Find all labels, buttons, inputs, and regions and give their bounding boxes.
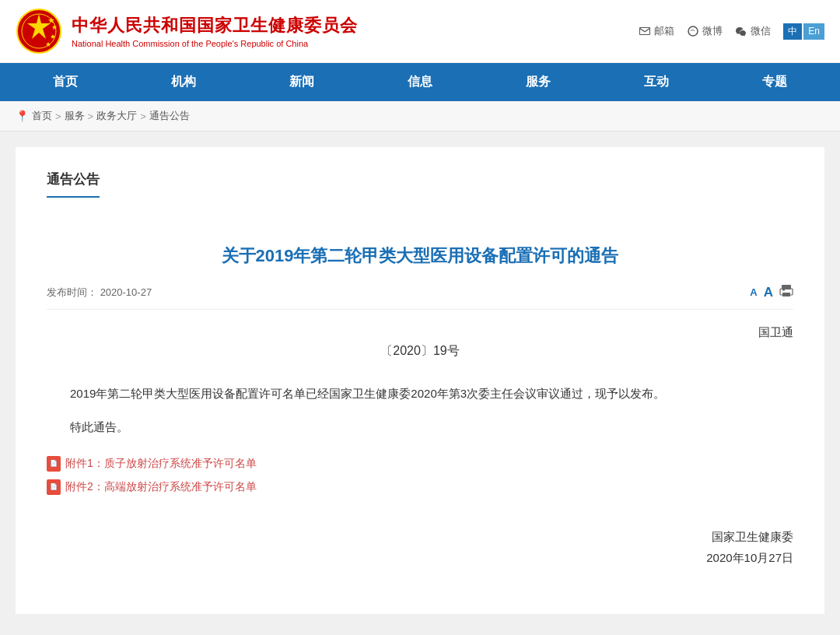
attachment-2[interactable]: 📄 附件2：高端放射治疗系统准予许可名单 xyxy=(47,479,793,495)
header-left: 中华人民共和国国家卫生健康委员会 National Health Commiss… xyxy=(16,8,358,54)
attachment-2-icon: 📄 xyxy=(47,479,61,495)
main-nav: 首页 机构 新闻 信息 服务 互动 专题 xyxy=(0,63,840,101)
attachments: 📄 附件1：质子放射治疗系统准予许可名单 📄 附件2：高端放射治疗系统准予许可名… xyxy=(47,456,793,495)
footer-date: 2020年10月27日 xyxy=(47,547,793,568)
breadcrumb: 📍 首页 > 服务 > 政务大厅 > 通告公告 xyxy=(0,101,840,132)
attachment-1[interactable]: 📄 附件1：质子放射治疗系统准予许可名单 xyxy=(47,456,793,472)
header-title-en: National Health Commission of the People… xyxy=(72,39,358,48)
breadcrumb-current: 通告公告 xyxy=(149,109,190,123)
attachment-1-icon: 📄 xyxy=(47,456,61,472)
font-large-button[interactable]: A xyxy=(764,285,773,300)
article-title: 关于2019年第二轮甲类大型医用设备配置许可的通告 xyxy=(47,244,793,268)
article-body-2: 特此通告。 xyxy=(47,416,793,437)
print-button[interactable] xyxy=(779,284,793,301)
attachment-1-label: 附件1：质子放射治疗系统准予许可名单 xyxy=(65,457,257,471)
nav-item-news[interactable]: 新闻 xyxy=(243,63,361,101)
svg-point-7 xyxy=(688,26,698,36)
header-right: 邮箱 微博 微信 中 En xyxy=(639,23,824,40)
footer-org: 国家卫生健康委 xyxy=(47,526,793,547)
header-title-block: 中华人民共和国国家卫生健康委员会 National Health Commiss… xyxy=(72,14,358,48)
breadcrumb-home[interactable]: 首页 xyxy=(32,109,52,123)
mail-label: 邮箱 xyxy=(654,24,674,38)
weibo-label: 微博 xyxy=(702,24,723,38)
nav-item-institution[interactable]: 机构 xyxy=(124,63,243,101)
breadcrumb-hall[interactable]: 政务大厅 xyxy=(96,109,137,123)
nav-item-service[interactable]: 服务 xyxy=(479,63,597,101)
attachment-2-label: 附件2：高端放射治疗系统准予许可名单 xyxy=(65,480,257,494)
svg-rect-11 xyxy=(782,289,785,291)
lang-buttons: 中 En xyxy=(783,23,824,40)
weibo-link[interactable]: 微博 xyxy=(687,24,723,38)
breadcrumb-sep-2: > xyxy=(88,111,94,122)
location-icon: 📍 xyxy=(16,110,29,122)
nav-item-interact[interactable]: 互动 xyxy=(597,63,716,101)
lang-cn-button[interactable]: 中 xyxy=(783,23,802,40)
section-title: 通告公告 xyxy=(47,170,100,198)
main-content: 通告公告 关于2019年第二轮甲类大型医用设备配置许可的通告 发布时间： 202… xyxy=(16,147,824,614)
logo-emblem xyxy=(16,8,62,54)
section-header: 通告公告 xyxy=(47,170,793,221)
font-controls: A A xyxy=(750,284,793,301)
nav-item-info[interactable]: 信息 xyxy=(361,63,479,101)
nav-item-home[interactable]: 首页 xyxy=(6,63,124,101)
doc-issuer: 国卫通 xyxy=(47,325,793,340)
lang-en-button[interactable]: En xyxy=(803,23,824,40)
weixin-icon xyxy=(735,25,747,37)
publish-info: 发布时间： 2020-10-27 xyxy=(47,286,152,300)
weibo-icon xyxy=(687,25,699,37)
header-title-cn: 中华人民共和国国家卫生健康委员会 xyxy=(72,14,358,37)
article-footer: 国家卫生健康委 2020年10月27日 xyxy=(47,526,793,568)
publish-date: 2020-10-27 xyxy=(100,286,152,298)
mail-icon xyxy=(639,25,651,37)
breadcrumb-sep-1: > xyxy=(55,111,61,122)
publish-label: 发布时间： xyxy=(47,286,97,298)
printer-icon xyxy=(779,284,793,298)
mail-link[interactable]: 邮箱 xyxy=(639,24,674,38)
font-small-button[interactable]: A xyxy=(750,286,757,298)
article-body-1: 2019年第二轮甲类大型医用设备配置许可名单已经国家卫生健康委2020年第3次委… xyxy=(47,383,793,404)
svg-rect-10 xyxy=(782,293,790,296)
breadcrumb-service[interactable]: 服务 xyxy=(65,109,85,123)
nav-item-special[interactable]: 专题 xyxy=(716,63,834,101)
breadcrumb-sep-3: > xyxy=(140,111,146,122)
weixin-label: 微信 xyxy=(751,24,771,38)
header: 中华人民共和国国家卫生健康委员会 National Health Commiss… xyxy=(0,0,840,63)
weixin-link[interactable]: 微信 xyxy=(735,24,771,38)
doc-number: 〔2020〕19号 xyxy=(47,343,793,360)
article-meta: 发布时间： 2020-10-27 A A xyxy=(47,284,793,310)
